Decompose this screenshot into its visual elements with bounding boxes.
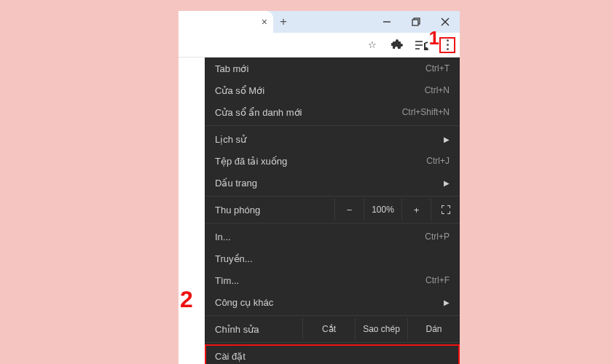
tab-strip: × + <box>178 11 460 33</box>
browser-tab[interactable]: × <box>178 11 273 33</box>
menu-item-edit: Chỉnh sửa Cắt Sao chép Dán <box>205 318 460 340</box>
close-icon <box>441 17 450 26</box>
zoom-in-button[interactable]: + <box>401 199 431 221</box>
edit-cut-button[interactable]: Cắt <box>302 318 355 340</box>
puzzle-icon <box>391 39 403 51</box>
extensions-icon[interactable] <box>390 39 404 51</box>
fullscreen-icon <box>442 205 450 214</box>
svg-rect-2 <box>412 20 418 25</box>
zoom-value: 100% <box>364 199 401 221</box>
menu-label: Cửa sổ Mới <box>215 85 425 96</box>
window-controls <box>372 11 460 33</box>
menu-label: Cửa sổ ẩn danh mới <box>215 107 402 118</box>
menu-item-downloads[interactable]: Tệp đã tải xuống Ctrl+J <box>205 150 460 172</box>
menu-label: Lịch sử <box>215 134 444 145</box>
chrome-menu: Tab mới Ctrl+T Cửa sổ Mới Ctrl+N Cửa sổ … <box>205 58 460 364</box>
menu-item-new-tab[interactable]: Tab mới Ctrl+T <box>205 58 460 79</box>
menu-label: Tab mới <box>215 63 425 74</box>
menu-label: Thu phóng <box>215 205 334 215</box>
menu-label: Công cụ khác <box>215 297 444 308</box>
minimize-button[interactable] <box>372 11 401 33</box>
fullscreen-button[interactable] <box>431 199 460 221</box>
minimize-icon <box>382 17 391 26</box>
menu-label: Cài đặt <box>215 351 450 362</box>
menu-label: Dấu trang <box>215 178 444 189</box>
chevron-right-icon: ▶ <box>444 179 450 187</box>
menu-separator <box>205 342 460 343</box>
menu-shortcut: Ctrl+T <box>425 63 450 74</box>
close-tab-icon[interactable]: × <box>262 17 267 27</box>
menu-item-zoom: Thu phóng − 100% + <box>205 199 460 221</box>
menu-item-bookmarks[interactable]: Dấu trang ▶ <box>205 172 460 194</box>
browser-window: × + <box>178 11 460 364</box>
menu-shortcut: Ctrl+Shift+N <box>402 107 450 117</box>
menu-label: Tìm... <box>215 275 425 286</box>
screenshot-stage: × + <box>17 11 595 353</box>
close-window-button[interactable] <box>431 11 460 33</box>
maximize-button[interactable] <box>401 11 431 33</box>
menu-shortcut: Ctrl+F <box>425 275 450 285</box>
menu-shortcut: Ctrl+J <box>426 156 450 166</box>
menu-item-more-tools[interactable]: Công cụ khác ▶ <box>205 291 460 313</box>
menu-item-print[interactable]: In... Ctrl+P <box>205 226 460 248</box>
menu-label: Tệp đã tải xuống <box>215 156 426 167</box>
menu-item-history[interactable]: Lịch sử ▶ <box>205 128 460 150</box>
menu-item-find[interactable]: Tìm... Ctrl+F <box>205 269 460 291</box>
menu-label: Truyền... <box>215 253 450 264</box>
menu-separator <box>205 223 460 223</box>
menu-shortcut: Ctrl+P <box>425 232 450 242</box>
menu-item-cast[interactable]: Truyền... <box>205 248 460 269</box>
menu-item-settings[interactable]: Cài đặt <box>205 345 460 364</box>
maximize-icon <box>412 17 420 26</box>
menu-item-incognito[interactable]: Cửa sổ ẩn danh mới Ctrl+Shift+N <box>205 101 460 123</box>
menu-separator <box>205 125 460 126</box>
menu-shortcut: Ctrl+N <box>425 85 450 95</box>
media-control-icon[interactable] <box>415 40 429 50</box>
chevron-right-icon: ▶ <box>444 135 450 143</box>
browser-toolbar: ☆ 1 <box>178 33 460 58</box>
menu-label: In... <box>215 232 425 242</box>
menu-label: Chỉnh sửa <box>205 318 302 340</box>
bookmark-star-icon[interactable]: ☆ <box>365 39 380 50</box>
vertical-dots-icon <box>447 39 449 50</box>
menu-item-new-window[interactable]: Cửa sổ Mới Ctrl+N <box>205 79 460 101</box>
menu-separator <box>205 196 460 197</box>
new-tab-button[interactable]: + <box>273 11 294 33</box>
zoom-out-button[interactable]: − <box>334 199 364 221</box>
edit-paste-button[interactable]: Dán <box>407 318 460 340</box>
chevron-right-icon: ▶ <box>444 298 450 306</box>
chrome-menu-button[interactable] <box>439 37 455 53</box>
menu-separator <box>205 315 460 316</box>
edit-copy-button[interactable]: Sao chép <box>355 318 407 340</box>
